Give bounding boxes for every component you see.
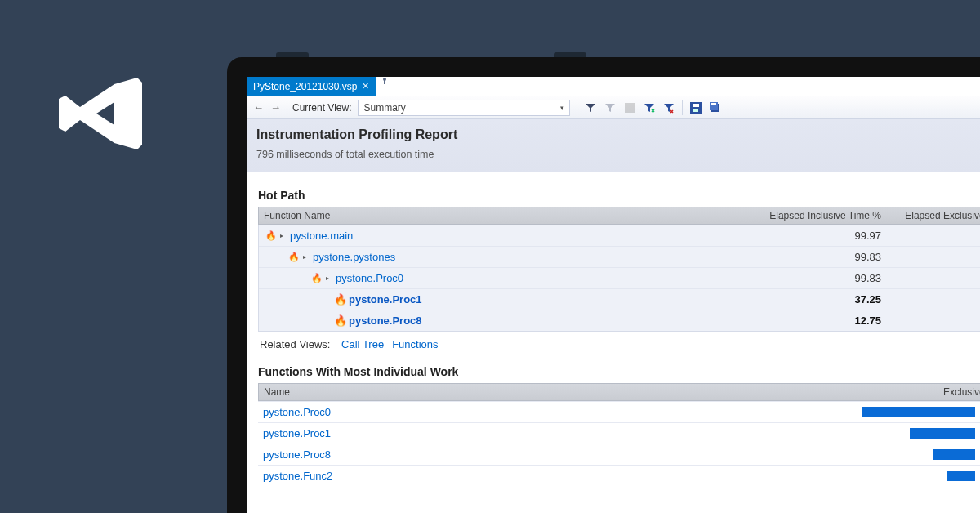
table-row[interactable]: pystone.Proc810.25 <box>258 444 980 465</box>
function-link[interactable]: pystone.main <box>290 230 353 242</box>
flame-icon: 🔥 <box>334 314 344 327</box>
metric-value: 99.83 <box>751 272 889 284</box>
bar <box>910 428 976 439</box>
report-title: Instrumentation Profiling Report <box>256 127 980 142</box>
save-icon[interactable] <box>689 101 702 114</box>
related-view-link[interactable]: Call Tree <box>341 338 384 350</box>
related-views-label: Related Views: <box>260 338 330 350</box>
hotpath-header-row: Function Name Elapsed Inclusive Time % E… <box>258 207 980 225</box>
bar <box>933 449 975 460</box>
app-window: PyStone_20121030.vsp ✕ ← → Current View:… <box>247 77 980 513</box>
related-view-link[interactable]: Functions <box>392 338 438 350</box>
separator <box>682 100 683 115</box>
close-icon[interactable]: ✕ <box>362 81 369 91</box>
svg-rect-8 <box>711 103 716 105</box>
stop-icon[interactable] <box>623 101 636 114</box>
flame-icon: 🔥 <box>265 230 275 241</box>
col-exclusive-time: Exclusive Time % <box>849 386 980 398</box>
function-link[interactable]: pystone.pystones <box>313 251 395 263</box>
nav-back-icon[interactable]: ← <box>252 101 265 114</box>
current-view-label: Current View: <box>292 102 351 114</box>
table-row[interactable]: 🔥▸pystone.pystones99.830.00 <box>259 246 980 267</box>
funcwork-rows: pystone.Proc027.66pystone.Proc116.10pyst… <box>258 401 980 486</box>
svg-rect-5 <box>693 109 698 112</box>
filter-icon[interactable] <box>584 101 597 114</box>
function-link[interactable]: pystone.Proc1 <box>349 293 422 306</box>
view-select-value: Summary <box>363 102 405 114</box>
pin-icon[interactable] <box>381 77 389 85</box>
function-link[interactable]: pystone.Proc8 <box>349 314 422 327</box>
filter-down-icon[interactable] <box>643 101 656 114</box>
table-row[interactable]: pystone.Func26.77 <box>258 465 980 486</box>
tab-title: PyStone_20121030.vsp <box>253 81 357 92</box>
flame-icon: 🔥 <box>288 252 298 262</box>
hotpath-heading: Hot Path <box>258 189 980 202</box>
chevron-down-icon: ▾ <box>560 104 564 112</box>
flame-icon: 🔥 <box>311 273 321 283</box>
flame-icon: 🔥 <box>334 293 344 306</box>
metric-value: 0.00 <box>889 251 980 263</box>
save-all-icon[interactable] <box>709 101 722 114</box>
metric-value: 0.14 <box>889 230 980 242</box>
table-row[interactable]: pystone.Proc116.10 <box>258 422 980 444</box>
col-name: Name <box>259 386 849 398</box>
svg-rect-1 <box>384 80 385 84</box>
svg-rect-4 <box>693 104 699 107</box>
table-row[interactable]: pystone.Proc027.66 <box>258 401 980 422</box>
metric-value: 10.25 <box>889 314 980 327</box>
metric-value: 12.75 <box>751 314 889 327</box>
table-row[interactable]: 🔥▸pystone.main99.970.14 <box>259 225 980 246</box>
metric-value: 27.66 <box>889 272 980 284</box>
col-exclusive: Elapsed Exclusive Time % <box>889 210 980 221</box>
chevron-right-icon: ▸ <box>303 253 306 261</box>
chevron-right-icon: ▸ <box>280 232 283 239</box>
function-link[interactable]: pystone.Proc8 <box>263 448 331 461</box>
filter-clear-icon[interactable] <box>604 101 617 114</box>
metric-value: 99.97 <box>751 230 889 242</box>
function-link[interactable]: pystone.Proc0 <box>263 406 331 418</box>
separator <box>577 100 577 115</box>
function-link[interactable]: pystone.Proc0 <box>336 272 403 284</box>
tabstrip: PyStone_20121030.vsp ✕ <box>247 77 980 96</box>
bar <box>947 471 975 481</box>
col-function-name: Function Name <box>259 210 751 221</box>
table-row[interactable]: 🔥pystone.Proc812.7510.25 <box>259 310 980 331</box>
related-views: Related Views: Call TreeFunctions <box>260 338 980 350</box>
device-frame: PyStone_20121030.vsp ✕ ← → Current View:… <box>227 57 980 513</box>
metric-value: 37.25 <box>751 293 889 306</box>
table-row[interactable]: 🔥pystone.Proc137.2516.10 <box>259 288 980 310</box>
funcwork-heading: Functions With Most Individual Work <box>258 365 980 378</box>
metric-value: 16.10 <box>889 293 980 306</box>
filter-up-icon[interactable] <box>662 101 675 114</box>
document-tab[interactable]: PyStone_20121030.vsp ✕ <box>247 77 376 96</box>
visual-studio-logo <box>57 78 147 154</box>
table-row[interactable]: 🔥▸pystone.Proc099.8327.66 <box>259 267 980 288</box>
hotpath-rows: 🔥▸pystone.main99.970.14🔥▸pystone.pystone… <box>258 225 980 332</box>
chevron-right-icon: ▸ <box>326 274 329 282</box>
report-header: Instrumentation Profiling Report 796 mil… <box>247 119 980 172</box>
col-inclusive: Elapsed Inclusive Time % <box>751 210 889 221</box>
metric-value: 99.83 <box>751 251 889 263</box>
toolbar: ← → Current View: Summary ▾ <box>247 96 980 119</box>
funcwork-header-row: Name Exclusive Time % <box>258 383 980 401</box>
report-subtitle: 796 milliseconds of total execution time <box>256 149 980 160</box>
bar <box>862 407 975 417</box>
nav-forward-icon[interactable]: → <box>269 101 283 114</box>
function-link[interactable]: pystone.Func2 <box>263 470 332 482</box>
svg-rect-2 <box>625 103 635 113</box>
function-link[interactable]: pystone.Proc1 <box>263 427 331 439</box>
view-select[interactable]: Summary ▾ <box>358 100 570 116</box>
